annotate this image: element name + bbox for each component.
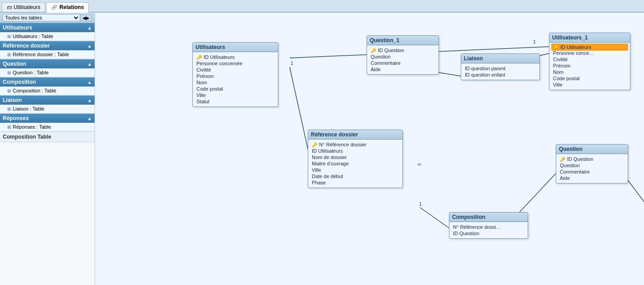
svg-text:1: 1 — [419, 201, 422, 207]
sidebar-group-composition-header[interactable]: Composition ▲ — [0, 77, 95, 87]
main-area: Toutes les tables ◀▶ Utilisateurs ▲ ⊞ Ut… — [0, 13, 644, 285]
field-row: Code postal — [196, 86, 274, 92]
field-name: Commentaire — [371, 60, 401, 66]
field-name: N° Référence dossier — [319, 142, 367, 147]
table-composition[interactable]: Composition N° Référence dossi… ID Quest… — [449, 212, 528, 239]
tab-relations[interactable]: 🔗 Relations — [46, 2, 89, 13]
table-reference-dossier[interactable]: Référence dossier 🔑 N° Référence dossier… — [308, 130, 403, 188]
sidebar-header: Toutes les tables ◀▶ — [0, 13, 95, 23]
field-row: Nom — [553, 69, 626, 75]
sidebar-group-question-header[interactable]: Question ▲ — [0, 59, 95, 68]
sidebar-item-reference-table[interactable]: ⊞ Référence dossier : Table — [0, 50, 95, 59]
table-icon-5: ⊞ — [7, 106, 11, 111]
sidebar-group-utilisateurs-header[interactable]: Utilisateurs ▲ — [0, 23, 95, 32]
table-question-body: 🔑 ID Question Question Commentaire Aide — [556, 154, 628, 183]
table-reference-header: Référence dossier — [308, 130, 402, 140]
field-name: Personne concernée — [196, 61, 243, 66]
sidebar-item-question-table[interactable]: ⊞ Question : Table — [0, 68, 95, 77]
table-utilisateurs[interactable]: Utilisateurs 🔑 ID Utilisateurs Personne … — [192, 42, 278, 107]
table-question-1[interactable]: Question_1 🔑 ID Question Question Commen… — [367, 35, 439, 75]
field-row: Ville — [553, 82, 626, 88]
field-row: N° Référence dossi… — [453, 224, 524, 230]
tab-utilisateurs[interactable]: 🗃 Utilisateurs — [2, 2, 45, 12]
table-utilisateurs1-body[interactable]: 🔑 ID Utilisateurs Personne conce… Civili… — [549, 43, 630, 90]
field-row: Commentaire — [560, 169, 624, 175]
key-icon-5: 🔑 — [560, 157, 565, 162]
field-name: Civilité — [553, 57, 568, 62]
field-name: Prénom — [196, 73, 214, 79]
table-liaison-body: ID question parent ID question enfant — [461, 63, 539, 80]
field-name: Personne conce… — [553, 50, 594, 56]
field-row: Nom de dossier — [312, 154, 399, 160]
chevron-up-icon-5: ▲ — [87, 98, 92, 103]
tab-bar: 🗃 Utilisateurs 🔗 Relations — [0, 0, 644, 13]
field-name: Ville — [553, 82, 563, 87]
table-question[interactable]: Question 🔑 ID Question Question Commenta… — [556, 144, 628, 184]
table-composition-header: Composition — [449, 213, 528, 222]
table-question1-header: Question_1 — [367, 36, 439, 45]
chevron-up-icon-3: ▲ — [87, 62, 92, 67]
svg-text:1: 1 — [533, 39, 536, 44]
group-composition-label: Composition — [3, 79, 36, 85]
sidebar-group-reference: Référence dossier ▲ ⊞ Référence dossier … — [0, 41, 95, 59]
table-liaison[interactable]: Liaison ID question parent ID question e… — [461, 53, 540, 80]
field-name: ID Utilisateurs — [312, 148, 343, 154]
field-row: Prénom — [196, 73, 274, 79]
sidebar-group-question: Question ▲ ⊞ Question : Table — [0, 59, 95, 77]
table-question1-body: 🔑 ID Question Question Commentaire Aide — [367, 45, 439, 74]
chevron-up-icon-2: ▲ — [87, 43, 92, 48]
field-row: 🔑 N° Référence dossier — [312, 141, 399, 148]
table-reference-body: 🔑 N° Référence dossier ID Utilisateurs N… — [308, 140, 402, 188]
field-name: Nom de dossier — [312, 155, 347, 160]
field-row: Personne concernée — [196, 60, 274, 67]
relations-canvas: 1 ∞ 1 1 ∞ ∞ 1 ∞ ∞ 1 — [95, 13, 644, 285]
key-icon-3: 🔑 — [553, 45, 558, 50]
field-row: Phase — [312, 179, 399, 186]
field-row: ID question parent — [465, 65, 536, 72]
table-composition-body: N° Référence dossi… ID Question — [449, 222, 528, 238]
tables-dropdown[interactable]: Toutes les tables — [3, 14, 80, 21]
field-row: Personne conce… — [553, 50, 626, 56]
svg-text:1: 1 — [291, 60, 293, 66]
field-name: ID Question — [567, 156, 593, 162]
sidebar-group-reference-header[interactable]: Référence dossier ▲ — [0, 41, 95, 50]
field-row: Maitre d'ouvrage — [312, 160, 399, 167]
chevron-up-icon: ▲ — [87, 25, 92, 30]
field-name: Question — [560, 163, 580, 168]
composition-table-section-label: Composition Table — [0, 132, 95, 142]
sidebar-item-utilisateurs-table[interactable]: ⊞ Utilisateurs : Table — [0, 32, 95, 41]
group-utilisateurs-label: Utilisateurs — [3, 24, 32, 31]
group-liaison-label: Liaison — [3, 97, 22, 103]
field-name: Nom — [553, 69, 563, 75]
table-question-header: Question — [556, 145, 628, 154]
sidebar-group-reponses-header[interactable]: Réponses ▲ — [0, 114, 95, 123]
composition-table-label: Composition : Table — [13, 88, 56, 93]
field-name: Maitre d'ouvrage — [312, 161, 349, 166]
table-utilisateurs-1[interactable]: Utilisateurs_1 🔑 ID Utilisateurs Personn… — [549, 33, 630, 90]
table-icon: ⊞ — [7, 34, 11, 39]
table-icon-4: ⊞ — [7, 88, 11, 93]
table-utilisateurs-body: 🔑 ID Utilisateurs Personne concernée Civ… — [193, 52, 278, 106]
field-row: 🔑 ID Question — [560, 156, 624, 162]
field-row: Code postal — [553, 75, 626, 82]
field-name: Code postal — [196, 86, 223, 92]
field-row: ID Question — [453, 230, 524, 237]
field-name: Aide — [371, 67, 381, 72]
key-icon-2: 🔑 — [371, 48, 376, 53]
utilisateurs-title: Utilisateurs — [196, 44, 225, 50]
sidebar-item-liaison-table[interactable]: ⊞ Liaison : Table — [0, 105, 95, 113]
sidebar-item-reponses-table[interactable]: ⊞ Réponses : Table — [0, 123, 95, 131]
sidebar-nav-button[interactable]: ◀▶ — [80, 14, 92, 21]
field-name: Question — [371, 54, 391, 59]
sidebar-group-composition: Composition ▲ ⊞ Composition : Table — [0, 77, 95, 96]
group-question-label: Question — [3, 61, 26, 67]
question-table-label: Question : Table — [13, 70, 48, 75]
field-name: Aide — [560, 175, 570, 181]
sidebar-item-composition-table[interactable]: ⊞ Composition : Table — [0, 87, 95, 95]
field-name: Ville — [312, 167, 321, 173]
field-name: ID Question — [453, 231, 479, 236]
sidebar-group-utilisateurs: Utilisateurs ▲ ⊞ Utilisateurs : Table — [0, 23, 95, 41]
field-name: Statut — [196, 99, 210, 104]
sidebar-group-liaison: Liaison ▲ ⊞ Liaison : Table — [0, 96, 95, 114]
sidebar-group-liaison-header[interactable]: Liaison ▲ — [0, 96, 95, 105]
